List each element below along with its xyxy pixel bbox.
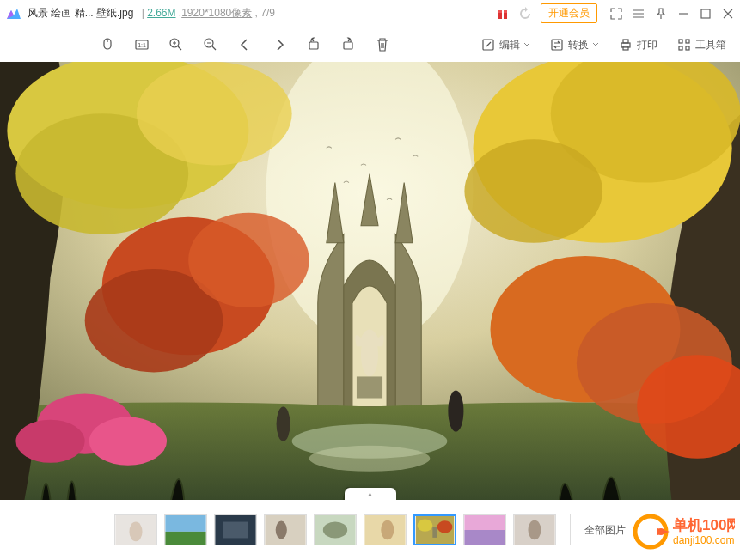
svg-rect-2 — [502, 10, 504, 19]
svg-point-39 — [89, 417, 167, 466]
thumb-4[interactable] — [264, 514, 307, 545]
svg-rect-14 — [623, 40, 628, 43]
svg-point-52 — [323, 522, 347, 539]
filename: 风景 绘画 精... 壁纸.jpg — [28, 6, 133, 21]
svg-rect-45 — [165, 515, 205, 532]
toolbox-icon — [676, 37, 692, 52]
file-dimensions[interactable]: 1920*1080像素 — [181, 7, 252, 19]
minimize-icon[interactable] — [676, 7, 690, 21]
thumb-6[interactable] — [364, 514, 407, 545]
toolbar: 1:1 编辑 转换 打印 工具箱 — [0, 27, 740, 62]
print-icon — [618, 37, 633, 52]
mouse-tool[interactable] — [100, 37, 115, 52]
print-button[interactable]: 打印 — [618, 37, 657, 52]
svg-point-42 — [448, 391, 463, 432]
svg-point-40 — [15, 420, 84, 463]
svg-point-57 — [437, 520, 453, 533]
edit-icon — [480, 37, 496, 52]
svg-rect-59 — [464, 515, 505, 530]
fit-tool[interactable]: 1:1 — [134, 37, 150, 52]
menu-icon[interactable] — [632, 7, 645, 21]
delete-tool[interactable] — [375, 37, 390, 52]
all-images-link[interactable]: 全部图片 — [584, 523, 626, 538]
gift-icon[interactable] — [496, 7, 510, 21]
maximize-icon[interactable] — [699, 7, 712, 21]
svg-point-54 — [381, 520, 394, 540]
app-logo — [5, 5, 22, 22]
svg-point-50 — [276, 521, 287, 539]
svg-rect-15 — [623, 46, 628, 50]
svg-point-31 — [188, 213, 309, 307]
file-size[interactable]: 2.66M — [147, 7, 175, 19]
thumb-1[interactable] — [114, 514, 157, 545]
watermark-badge: 单机100网 danji100.com — [632, 508, 735, 555]
prev-tool[interactable] — [237, 37, 253, 52]
image-counter: 7/9 — [260, 7, 275, 19]
svg-rect-3 — [701, 9, 710, 18]
thumb-7[interactable] — [413, 514, 456, 545]
svg-point-34 — [464, 139, 602, 242]
svg-rect-10 — [344, 42, 352, 49]
thumbnail-strip: 全部图片 单机100网 danji100.com — [0, 500, 740, 560]
next-tool[interactable] — [272, 37, 287, 52]
convert-icon — [549, 37, 565, 52]
svg-text:danji100.com: danji100.com — [673, 534, 734, 546]
svg-rect-19 — [686, 46, 689, 50]
pin-icon[interactable] — [654, 7, 668, 21]
svg-point-62 — [528, 520, 541, 540]
svg-rect-58 — [432, 527, 437, 537]
svg-text:单机100网: 单机100网 — [672, 517, 735, 533]
rotate-right-tool[interactable] — [340, 37, 356, 52]
svg-point-56 — [418, 520, 433, 532]
svg-text:1:1: 1:1 — [138, 42, 146, 48]
svg-rect-12 — [552, 40, 562, 50]
thumbnail-handle[interactable]: ▲ — [345, 488, 396, 500]
thumb-9[interactable] — [513, 514, 556, 545]
svg-point-41 — [277, 407, 290, 441]
main-image — [0, 62, 740, 500]
svg-rect-46 — [165, 532, 205, 545]
svg-point-44 — [129, 522, 142, 542]
svg-rect-18 — [679, 46, 682, 50]
svg-point-28 — [137, 62, 292, 165]
rotate-left-tool[interactable] — [306, 37, 321, 52]
convert-button[interactable]: 转换 — [549, 37, 599, 52]
thumb-5[interactable] — [314, 514, 357, 545]
sync-icon[interactable] — [518, 7, 532, 21]
divider — [570, 514, 571, 545]
edit-button[interactable]: 编辑 — [480, 37, 530, 52]
image-viewer[interactable]: ▲ — [0, 62, 740, 500]
vip-button[interactable]: 开通会员 — [541, 3, 597, 23]
thumb-8[interactable] — [463, 514, 506, 545]
svg-rect-17 — [686, 40, 689, 43]
thumb-2[interactable] — [164, 514, 207, 545]
titlebar: 风景 绘画 精... 壁纸.jpg | 2.66M ,1920*1080像素 ,… — [0, 0, 740, 27]
zoom-out-tool[interactable] — [203, 37, 218, 52]
close-icon[interactable] — [721, 7, 735, 21]
svg-point-25 — [309, 446, 431, 472]
toolbox-button[interactable]: 工具箱 — [676, 37, 726, 52]
svg-rect-23 — [357, 376, 382, 398]
thumb-3[interactable] — [214, 514, 257, 545]
zoom-in-tool[interactable] — [168, 37, 184, 52]
svg-rect-9 — [309, 42, 318, 49]
fullscreen-icon[interactable] — [609, 7, 623, 21]
file-meta: | 2.66M ,1920*1080像素 , 7/9 — [138, 6, 275, 21]
svg-rect-48 — [223, 522, 248, 539]
svg-rect-60 — [464, 530, 505, 545]
svg-rect-16 — [679, 40, 682, 43]
